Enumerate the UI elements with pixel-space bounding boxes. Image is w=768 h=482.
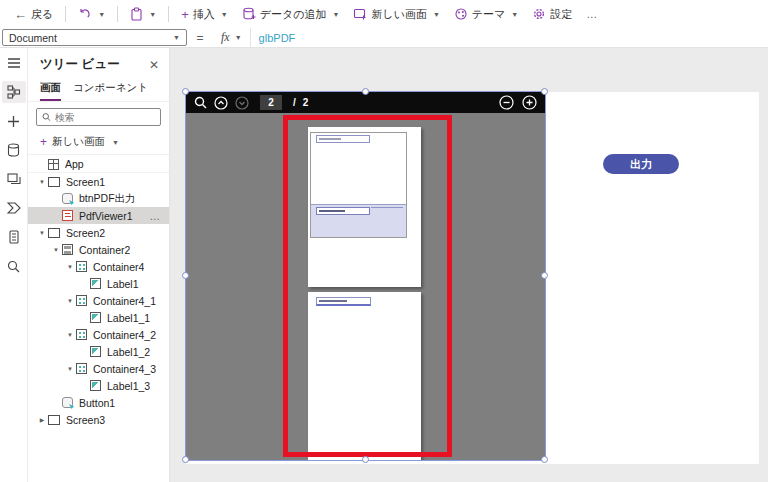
tree-item-Label1[interactable]: Label1	[28, 275, 169, 292]
selection-handle[interactable]	[541, 88, 548, 95]
selection-handle[interactable]	[362, 88, 369, 95]
chevron-down-icon[interactable]: ▼	[50, 247, 62, 253]
tree-view-icon	[7, 85, 21, 99]
label-icon	[90, 312, 101, 323]
data-rail-button[interactable]	[2, 139, 26, 161]
selection-handle[interactable]	[182, 456, 189, 463]
tree-item-label: Label1_3	[107, 380, 150, 392]
chevron-down-icon[interactable]: ▼	[64, 366, 76, 372]
new-screen-button[interactable]: 新しい画面 ▼	[347, 4, 445, 25]
tree-item-btnPDF出力[interactable]: btnPDF出力	[28, 190, 169, 207]
container-icon	[76, 261, 87, 272]
undo-icon	[78, 7, 92, 21]
chevron-down-icon[interactable]: ▼	[149, 11, 156, 18]
fx-button[interactable]: fx ▼	[213, 28, 251, 47]
screens-icon	[7, 173, 21, 186]
tree-item-Container2[interactable]: ▼Container2	[28, 241, 169, 258]
power-automate-rail-button[interactable]	[2, 197, 26, 219]
hamburger-icon	[7, 57, 21, 69]
fx-label: fx	[221, 30, 230, 45]
previous-page-button[interactable]	[214, 96, 228, 110]
chevron-down-icon[interactable]: ▼	[221, 11, 228, 18]
back-button[interactable]: ← 戻る	[8, 4, 59, 25]
tree-item-PdfViewer1[interactable]: PdfViewer1…	[28, 207, 169, 224]
chevron-down-icon[interactable]: ▼	[64, 298, 76, 304]
selection-handle[interactable]	[182, 88, 189, 95]
chevron-down-icon[interactable]: ▼	[332, 11, 339, 18]
button-icon	[62, 397, 73, 408]
plus-icon: +	[181, 8, 189, 21]
divider	[117, 6, 118, 22]
tree-item-Screen2[interactable]: ▼Screen2	[28, 224, 169, 241]
selection-handle[interactable]	[182, 272, 189, 279]
chevron-down-icon[interactable]: ▼	[64, 264, 76, 270]
chevron-down-icon[interactable]: ▼	[36, 179, 48, 185]
chevron-down-icon[interactable]: ▼	[36, 230, 48, 236]
insert-button[interactable]: + 挿入 ▼	[175, 4, 234, 25]
button-icon	[62, 193, 73, 204]
paste-button[interactable]: ▼	[124, 4, 162, 24]
selection-handle[interactable]	[541, 456, 548, 463]
formula-input[interactable]: glbPDF	[251, 28, 768, 47]
search-input[interactable]	[55, 112, 155, 123]
selection-handle[interactable]	[541, 272, 548, 279]
theme-button[interactable]: テーマ ▼	[448, 4, 524, 25]
container-h-icon	[62, 244, 73, 255]
tree-item-Screen3[interactable]: ▶Screen3	[28, 411, 169, 428]
tree-item-label: Container4	[93, 261, 144, 273]
close-icon[interactable]: ✕	[149, 58, 159, 72]
tree-item-label: Screen3	[66, 414, 105, 426]
tree-item-Screen1[interactable]: ▼Screen1	[28, 173, 169, 190]
tree-view-button[interactable]	[2, 81, 26, 103]
page-number-input[interactable]: 2	[260, 95, 282, 110]
menu-button[interactable]	[2, 52, 26, 74]
new-screen-tree-button[interactable]: + 新しい画面 ▼	[28, 132, 169, 155]
tab-screens[interactable]: 画面	[40, 79, 61, 101]
tree-item-Container4[interactable]: ▼Container4	[28, 258, 169, 275]
chevron-down-icon[interactable]: ▼	[433, 11, 440, 18]
chevron-right-icon[interactable]: ▶	[36, 416, 48, 423]
chevron-down-icon[interactable]: ▼	[511, 11, 518, 18]
tree-item-Label1_1[interactable]: Label1_1	[28, 309, 169, 326]
media-rail-button[interactable]	[2, 168, 26, 190]
property-selector[interactable]: Document ▼	[2, 29, 187, 46]
tree-item-Button1[interactable]: Button1	[28, 394, 169, 411]
insert-rail-button[interactable]	[2, 110, 26, 132]
zoom-out-button[interactable]	[499, 95, 514, 110]
gear-icon	[532, 7, 546, 21]
chevron-down-icon[interactable]: ▼	[64, 332, 76, 338]
search-rail-button[interactable]	[2, 255, 26, 277]
output-button[interactable]: 出力	[603, 154, 679, 174]
overflow-button[interactable]: …	[580, 5, 604, 23]
powerapps-studio-window: ← 戻る ▼ ▼ + 挿入 ▼ データの追加 ▼ 新しい画面 ▼	[0, 0, 768, 482]
settings-button[interactable]: 設定	[526, 4, 578, 25]
tree-item-label: Container2	[79, 244, 130, 256]
tree-item-Label1_2[interactable]: Label1_2	[28, 343, 169, 360]
next-page-button[interactable]	[235, 96, 249, 110]
selection-handle[interactable]	[362, 456, 369, 463]
label-icon	[90, 346, 101, 357]
search-icon	[7, 260, 20, 273]
advanced-tools-rail-button[interactable]	[2, 226, 26, 248]
tools-icon	[8, 230, 20, 244]
tree-item-App[interactable]: App	[28, 156, 169, 173]
tree-item-Container4_2[interactable]: ▼Container4_2	[28, 326, 169, 343]
chevron-down-icon[interactable]: ▼	[98, 11, 105, 18]
tree-search-box[interactable]	[36, 108, 161, 126]
zoom-in-button[interactable]	[522, 95, 537, 110]
tab-components[interactable]: コンポーネント	[73, 79, 148, 101]
screen-icon	[48, 177, 60, 187]
search-icon[interactable]	[194, 96, 207, 109]
tree-item-Label1_3[interactable]: Label1_3	[28, 377, 169, 394]
tree-item-label: Screen2	[66, 227, 105, 239]
tree-item-Container4_3[interactable]: ▼Container4_3	[28, 360, 169, 377]
tree-item-Container4_1[interactable]: ▼Container4_1	[28, 292, 169, 309]
insert-label: 挿入	[193, 7, 215, 22]
tree-item-label: Container4_3	[93, 363, 156, 375]
undo-button[interactable]: ▼	[72, 4, 111, 24]
tree-view-panel: ツリー ビュー ✕ 画面 コンポーネント + 新しい画面 ▼ App▼Scree…	[28, 48, 170, 482]
canvas-area: 出力 2 / 2	[170, 48, 768, 482]
add-data-button[interactable]: データの追加 ▼	[236, 4, 346, 25]
tree-item-label: Button1	[79, 397, 115, 409]
more-button[interactable]: …	[150, 210, 162, 222]
